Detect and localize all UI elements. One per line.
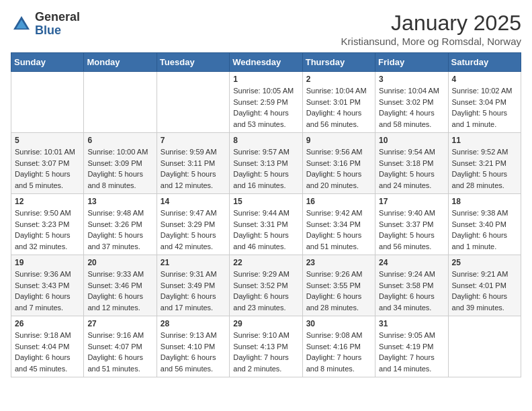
day-number: 13 (87, 197, 152, 206)
calendar-day-cell: 16Sunrise: 9:42 AMSunset: 3:34 PMDayligh… (302, 194, 375, 255)
day-number: 18 (452, 197, 517, 206)
calendar-table: SundayMondayTuesdayWednesdayThursdayFrid… (11, 52, 521, 377)
day-info: Sunrise: 9:54 AMSunset: 3:18 PMDaylight:… (379, 146, 444, 191)
calendar-week-row: 5Sunrise: 10:01 AMSunset: 3:07 PMDayligh… (11, 133, 521, 194)
day-info: Sunrise: 9:56 AMSunset: 3:16 PMDaylight:… (306, 146, 371, 191)
calendar-day-cell: 2Sunrise: 10:04 AMSunset: 3:01 PMDayligh… (302, 72, 375, 133)
calendar-day-cell: 11Sunrise: 9:52 AMSunset: 3:21 PMDayligh… (448, 133, 521, 194)
calendar-day-cell: 25Sunrise: 9:21 AMSunset: 4:01 PMDayligh… (448, 255, 521, 316)
day-info: Sunrise: 9:21 AMSunset: 4:01 PMDaylight:… (452, 269, 517, 313)
day-info: Sunrise: 9:18 AMSunset: 4:04 PMDaylight:… (15, 330, 80, 374)
calendar-day-cell: 28Sunrise: 9:13 AMSunset: 4:10 PMDayligh… (157, 316, 229, 377)
calendar-day-cell: 7Sunrise: 9:59 AMSunset: 3:11 PMDaylight… (157, 133, 229, 194)
calendar-day-cell (11, 72, 84, 133)
day-number: 2 (306, 75, 371, 84)
calendar-day-cell: 18Sunrise: 9:38 AMSunset: 3:40 PMDayligh… (448, 194, 521, 255)
calendar-day-cell: 20Sunrise: 9:33 AMSunset: 3:46 PMDayligh… (84, 255, 157, 316)
day-info: Sunrise: 9:57 AMSunset: 3:13 PMDaylight:… (233, 146, 298, 191)
day-number: 28 (161, 319, 226, 328)
day-info: Sunrise: 10:01 AMSunset: 3:07 PMDaylight… (15, 146, 80, 191)
day-info: Sunrise: 9:29 AMSunset: 3:52 PMDaylight:… (233, 269, 298, 313)
calendar-day-cell: 29Sunrise: 9:10 AMSunset: 4:13 PMDayligh… (230, 316, 302, 377)
calendar-day-cell: 3Sunrise: 10:04 AMSunset: 3:02 PMDayligh… (375, 72, 448, 133)
day-number: 3 (379, 75, 444, 84)
day-info: Sunrise: 9:47 AMSunset: 3:29 PMDaylight:… (161, 208, 226, 252)
calendar-day-cell (157, 72, 229, 133)
day-number: 24 (379, 258, 444, 267)
calendar-day-cell: 26Sunrise: 9:18 AMSunset: 4:04 PMDayligh… (11, 316, 84, 377)
day-info: Sunrise: 9:44 AMSunset: 3:31 PMDaylight:… (233, 208, 298, 252)
day-info: Sunrise: 9:33 AMSunset: 3:46 PMDaylight:… (87, 269, 152, 313)
day-number: 25 (452, 258, 517, 267)
calendar-day-cell: 30Sunrise: 9:08 AMSunset: 4:16 PMDayligh… (302, 316, 375, 377)
day-of-week-header: Thursday (302, 53, 375, 72)
calendar-week-row: 19Sunrise: 9:36 AMSunset: 3:43 PMDayligh… (11, 255, 521, 316)
day-of-week-header: Monday (84, 53, 157, 72)
calendar-day-cell: 4Sunrise: 10:02 AMSunset: 3:04 PMDayligh… (448, 72, 521, 133)
day-info: Sunrise: 9:13 AMSunset: 4:10 PMDaylight:… (161, 330, 226, 374)
calendar-day-cell: 21Sunrise: 9:31 AMSunset: 3:49 PMDayligh… (157, 255, 229, 316)
calendar-day-cell: 23Sunrise: 9:26 AMSunset: 3:55 PMDayligh… (302, 255, 375, 316)
calendar-day-cell (84, 72, 157, 133)
calendar-header-row: SundayMondayTuesdayWednesdayThursdayFrid… (11, 53, 521, 72)
day-number: 9 (306, 136, 371, 145)
calendar-day-cell: 22Sunrise: 9:29 AMSunset: 3:52 PMDayligh… (230, 255, 302, 316)
day-number: 12 (15, 197, 80, 206)
logo: General Blue (11, 11, 80, 38)
day-info: Sunrise: 10:02 AMSunset: 3:04 PMDaylight… (452, 85, 517, 130)
logo-icon (11, 13, 32, 35)
day-number: 7 (161, 136, 226, 145)
day-info: Sunrise: 9:05 AMSunset: 4:19 PMDaylight:… (379, 330, 444, 374)
day-number: 15 (233, 197, 298, 206)
day-number: 21 (161, 258, 226, 267)
day-number: 30 (306, 319, 371, 328)
day-info: Sunrise: 9:24 AMSunset: 3:58 PMDaylight:… (379, 269, 444, 313)
day-info: Sunrise: 9:42 AMSunset: 3:34 PMDaylight:… (306, 208, 371, 252)
calendar-day-cell: 9Sunrise: 9:56 AMSunset: 3:16 PMDaylight… (302, 133, 375, 194)
day-info: Sunrise: 9:48 AMSunset: 3:26 PMDaylight:… (87, 208, 152, 252)
day-number: 26 (15, 319, 80, 328)
day-number: 5 (15, 136, 80, 145)
calendar-week-row: 26Sunrise: 9:18 AMSunset: 4:04 PMDayligh… (11, 316, 521, 377)
day-info: Sunrise: 9:50 AMSunset: 3:23 PMDaylight:… (15, 208, 80, 252)
calendar-day-cell: 10Sunrise: 9:54 AMSunset: 3:18 PMDayligh… (375, 133, 448, 194)
logo-text: General Blue (35, 11, 80, 38)
calendar-day-cell: 27Sunrise: 9:16 AMSunset: 4:07 PMDayligh… (84, 316, 157, 377)
day-of-week-header: Saturday (448, 53, 521, 72)
calendar-day-cell: 24Sunrise: 9:24 AMSunset: 3:58 PMDayligh… (375, 255, 448, 316)
day-number: 19 (15, 258, 80, 267)
day-info: Sunrise: 10:04 AMSunset: 3:02 PMDaylight… (379, 85, 444, 130)
calendar-week-row: 1Sunrise: 10:05 AMSunset: 2:59 PMDayligh… (11, 72, 521, 133)
day-number: 16 (306, 197, 371, 206)
day-number: 6 (87, 136, 152, 145)
day-of-week-header: Friday (375, 53, 448, 72)
day-info: Sunrise: 9:59 AMSunset: 3:11 PMDaylight:… (161, 146, 226, 191)
day-number: 4 (452, 75, 517, 84)
day-info: Sunrise: 9:10 AMSunset: 4:13 PMDaylight:… (233, 330, 298, 374)
calendar-day-cell: 6Sunrise: 10:00 AMSunset: 3:09 PMDayligh… (84, 133, 157, 194)
logo-blue-text: Blue (35, 24, 80, 38)
calendar-day-cell: 1Sunrise: 10:05 AMSunset: 2:59 PMDayligh… (230, 72, 302, 133)
day-info: Sunrise: 9:16 AMSunset: 4:07 PMDaylight:… (87, 330, 152, 374)
page-header: General Blue January 2025 Kristiansund, … (11, 11, 521, 47)
calendar-week-row: 12Sunrise: 9:50 AMSunset: 3:23 PMDayligh… (11, 194, 521, 255)
day-number: 23 (306, 258, 371, 267)
day-number: 14 (161, 197, 226, 206)
calendar-day-cell: 15Sunrise: 9:44 AMSunset: 3:31 PMDayligh… (230, 194, 302, 255)
calendar-day-cell: 14Sunrise: 9:47 AMSunset: 3:29 PMDayligh… (157, 194, 229, 255)
day-number: 27 (87, 319, 152, 328)
calendar-day-cell: 12Sunrise: 9:50 AMSunset: 3:23 PMDayligh… (11, 194, 84, 255)
logo-general-text: General (35, 11, 80, 24)
day-number: 1 (233, 75, 298, 84)
calendar-day-cell: 17Sunrise: 9:40 AMSunset: 3:37 PMDayligh… (375, 194, 448, 255)
calendar-day-cell: 8Sunrise: 9:57 AMSunset: 3:13 PMDaylight… (230, 133, 302, 194)
day-number: 17 (379, 197, 444, 206)
day-number: 29 (233, 319, 298, 328)
day-of-week-header: Sunday (11, 53, 84, 72)
day-info: Sunrise: 10:00 AMSunset: 3:09 PMDaylight… (87, 146, 152, 191)
day-info: Sunrise: 10:04 AMSunset: 3:01 PMDaylight… (306, 85, 371, 130)
day-of-week-header: Wednesday (230, 53, 302, 72)
day-number: 22 (233, 258, 298, 267)
day-number: 8 (233, 136, 298, 145)
day-info: Sunrise: 9:36 AMSunset: 3:43 PMDaylight:… (15, 269, 80, 313)
